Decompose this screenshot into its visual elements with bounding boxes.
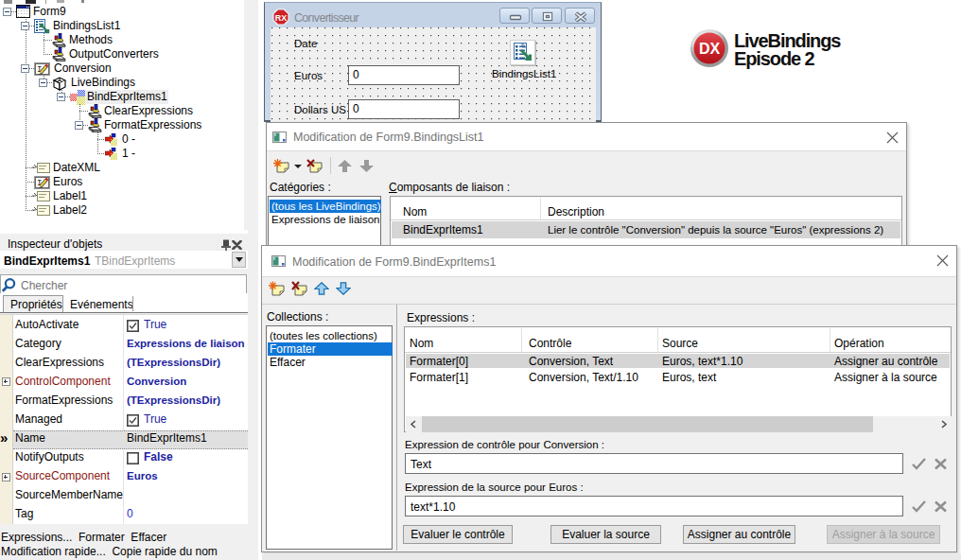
- svg-text:DX: DX: [699, 41, 721, 57]
- svg-text:RX: RX: [275, 13, 288, 23]
